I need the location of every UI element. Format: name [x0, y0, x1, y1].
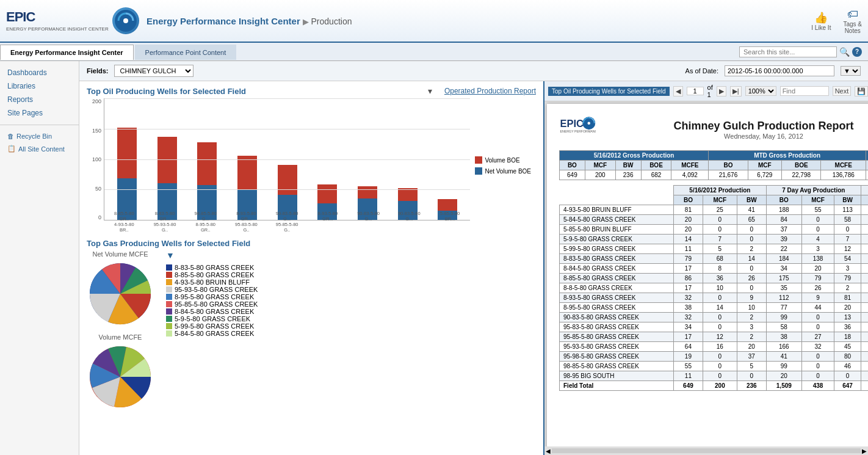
bar-volume — [197, 142, 217, 185]
summary-col-header: BOPD — [866, 161, 868, 170]
asofdate-input[interactable] — [725, 65, 834, 76]
sidebar: Dashboards Libraries Reports Site Pages … — [0, 61, 79, 455]
legend-color-box — [166, 308, 172, 315]
table-cell: 8-84-5-80 GRASS CREEK — [560, 264, 674, 274]
svg-point-6 — [588, 122, 591, 125]
table-cell: 90-83-5-80 GRASS CREEK — [560, 313, 674, 322]
help-icon[interactable]: ? — [852, 47, 862, 57]
zoom-select[interactable]: 100%75%50% — [745, 86, 776, 96]
sidebar-item-libraries[interactable]: Libraries — [0, 79, 79, 93]
vol-pie — [87, 343, 154, 410]
last-page-button[interactable]: ▶| — [730, 86, 742, 96]
summary-col-header: BOE — [641, 161, 671, 170]
pie-area: Top Gas Producing Wells for Selected Fie… — [87, 239, 536, 410]
sidebar-item-reports[interactable]: Reports — [0, 93, 79, 106]
asofdate-label: As of Date: — [685, 67, 718, 75]
bar-chart-area — [104, 98, 470, 220]
table-row: 8-84-5-80 GRASS CREEK1780342033423 — [560, 264, 869, 274]
table-cell: 5-9-5-80 GRASS CREEK — [560, 235, 674, 244]
table-cell: 0 — [737, 225, 766, 235]
table-cell: 20 — [674, 225, 703, 235]
table-cell: 106 — [861, 313, 868, 322]
x-label: 90-83-5-80 G... — [397, 211, 421, 233]
bar-volume — [317, 184, 337, 203]
prev-page-button[interactable]: ◀ — [673, 86, 683, 96]
sidebar-divider — [0, 125, 79, 125]
report-content[interactable]: EPIC ENERGY PERFORMANCE INSIGHT CENTER C… — [544, 101, 868, 446]
table-cell: 164 — [861, 274, 868, 283]
content-icon: 📋 — [7, 145, 16, 153]
summary-col-header: BO — [560, 161, 585, 170]
svg-point-1 — [123, 18, 128, 23]
summary-cell: 964 — [866, 170, 868, 180]
table-cell: 55 — [802, 205, 834, 215]
summary-cell: 200 — [585, 170, 615, 180]
vol-pie-section: Volume MCFE — [87, 333, 154, 410]
summary-cell: 21,676 — [709, 170, 748, 180]
summary-cell: 236 — [615, 170, 641, 180]
charts-report: Top Oil Producing Wells for Selected Fie… — [79, 81, 868, 455]
table-cell: 58 — [766, 322, 802, 332]
tab-epic[interactable]: Energy Performance Insight Center — [0, 45, 134, 60]
table-row: 95-83-5-80 GRASS CREEK340358036713 — [560, 322, 869, 332]
export-button[interactable]: 💾 — [855, 86, 868, 96]
table-cell: 0 — [737, 371, 766, 381]
find-input[interactable] — [780, 86, 829, 96]
sidebar-item-sitepages[interactable]: Site Pages — [0, 106, 79, 120]
table-row: 5-85-5-80 BRUIN BLUFF200037003710 — [560, 225, 869, 235]
table-cell: 0 — [703, 352, 737, 362]
x-axis-labels: 8-85-5-80 GR.. 4-93-5-80 BR..8-83-5-80 G… — [104, 211, 470, 233]
table-row: 8-83-5-80 GRASS CREEK7968141841385416914… — [560, 254, 869, 264]
table-cell: 44 — [802, 303, 834, 313]
breadcrumb-main[interactable]: Energy Performance Insight Center — [146, 16, 300, 26]
table-cell: 2 — [737, 244, 766, 254]
table-cell: 54 — [834, 254, 861, 264]
report-date: Wednesday, May 16, 2012 — [602, 133, 868, 140]
search-icon[interactable]: 🔍 — [839, 47, 850, 57]
filter-icon[interactable]: ▼ — [166, 250, 258, 260]
table-cell: 34 — [861, 283, 868, 293]
sidebar-all-site-content[interactable]: 📋 All Site Content — [0, 142, 79, 155]
ilike-button[interactable]: 👍 I Like It — [811, 11, 831, 31]
report-paper: EPIC ENERGY PERFORMANCE INSIGHT CENTER C… — [547, 104, 868, 446]
table-cell: 138 — [802, 254, 834, 264]
sidebar-recycle-bin[interactable]: 🗑 Recycle Bin — [0, 130, 79, 142]
page-input[interactable] — [687, 87, 704, 95]
table-cell: 0 — [703, 293, 737, 303]
legend-color-box — [166, 294, 172, 300]
asofdate-dropdown[interactable]: ▼ — [841, 66, 861, 76]
bar-chart-dropdown[interactable]: ▾ — [428, 86, 432, 96]
scroll-left[interactable]: ◀ — [546, 448, 551, 454]
svg-text:ENERGY PERFORMANCE INSIGHT CEN: ENERGY PERFORMANCE INSIGHT CENTER — [560, 129, 596, 133]
gas-chart-header: Top Gas Producing Wells for Selected Fie… — [87, 239, 536, 248]
gas-legend-item: 5-84-5-80 GRASS CREEK — [166, 330, 258, 337]
table-cell: 26 — [802, 283, 834, 293]
next-page-button-1[interactable]: ▶ — [717, 86, 726, 96]
opr-link[interactable]: Operated Production Report — [444, 87, 536, 95]
svg-text:EPIC: EPIC — [560, 118, 584, 129]
find-next-button[interactable]: Next — [833, 86, 852, 96]
summary-data-row: 6492002366824,09221,6766,72922,798136,78… — [560, 170, 869, 180]
table-cell: 175 — [766, 274, 802, 283]
sidebar-item-dashboards[interactable]: Dashboards — [0, 66, 79, 79]
table-cell: 46 — [834, 362, 861, 371]
tab-ppc[interactable]: Performance Point Content — [135, 45, 237, 60]
table-cell: 11 — [674, 371, 703, 381]
header: EPIC ENERGY PERFORMANCE INSIGHT CENTER E… — [0, 0, 868, 43]
total-cell: 438 — [802, 381, 834, 391]
logo-subtitle: ENERGY PERFORMANCE INSIGHT CENTER — [6, 26, 109, 32]
table-cell: 27 — [802, 332, 834, 342]
fields-select[interactable]: CHIMNEY GULCH — [114, 65, 193, 77]
breadcrumb-sub: Production — [311, 16, 352, 26]
table-cell: 12 — [834, 244, 861, 254]
table-cell: 79 — [802, 274, 834, 283]
gas-legend-item: 5-99-5-80 GRASS CREEK — [166, 322, 258, 330]
table-cell: 32 — [674, 293, 703, 303]
table-cell: 20 — [834, 303, 861, 313]
scroll-right[interactable]: ▶ — [862, 448, 867, 454]
tags-notes-button[interactable]: 🏷 Tags & Notes — [843, 8, 862, 34]
table-cell: 86 — [674, 274, 703, 283]
search-input[interactable] — [739, 46, 837, 57]
table-row: 5-99-5-80 GRASS CREEK115222312296 — [560, 244, 869, 254]
scroll-track[interactable] — [552, 448, 861, 453]
